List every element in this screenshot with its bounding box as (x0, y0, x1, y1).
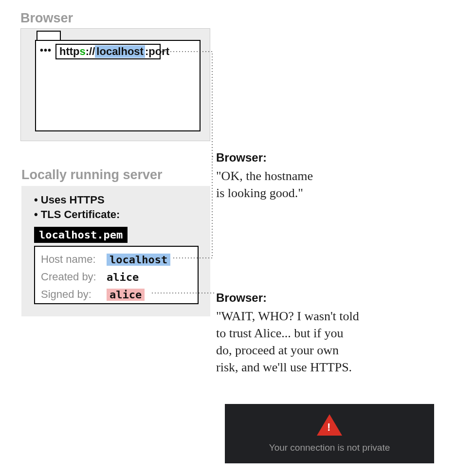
callout2-text: "WAIT, WHO? I wasn't told to trust Alice… (216, 308, 440, 376)
cert-created-key: Created by: (41, 271, 107, 283)
callout1-text: "OK, the hostname is looking good." (216, 167, 377, 201)
cert-file-name: localhost.pem (34, 227, 128, 243)
warning-triangle-icon: ! (317, 414, 342, 436)
browser-section-title: Browser (20, 11, 73, 26)
server-bullets: • Uses HTTPS • TLS Certificate: (34, 193, 120, 221)
address-bar[interactable]: https://localhost:port (55, 44, 161, 59)
callout2-line4: risk, and we'll use HTTPS. (216, 359, 440, 376)
bullet-tls-cert: • TLS Certificate: (34, 207, 120, 222)
cert-row-host: Host name: localhost (41, 251, 192, 268)
toolbar-menu-dots: ••• (40, 45, 52, 56)
browser-tab (37, 31, 61, 40)
warning-exclamation: ! (327, 421, 330, 434)
url-sep: :// (86, 45, 95, 58)
cert-signed-val: alice (107, 289, 145, 301)
callout2-line1: "WAIT, WHO? I wasn't told (216, 308, 440, 325)
warning-text: Your connection is not private (269, 442, 390, 453)
callout2-line3: do, proceed at your own (216, 342, 440, 359)
callout1-speaker: Browser: (216, 151, 267, 165)
cert-host-key: Host name: (41, 253, 107, 266)
cert-row-signed: Signed by: alice (41, 286, 192, 303)
callout2-speaker: Browser: (216, 291, 267, 305)
callout1-line1: "OK, the hostname (216, 167, 377, 184)
cert-created-val: alice (107, 271, 139, 283)
bullet-uses-https: • Uses HTTPS (34, 193, 120, 207)
cert-signed-key: Signed by: (41, 288, 107, 301)
callout2-line2: to trust Alice... but if you (216, 325, 440, 342)
callout1-line2: is looking good." (216, 184, 377, 201)
browser-warning-dialog: ! Your connection is not private (225, 404, 434, 463)
cert-host-val: localhost (107, 254, 170, 266)
url-host: localhost (95, 45, 145, 58)
url-s: s (80, 45, 86, 58)
url-prefix: http (59, 45, 80, 58)
server-section-title: Locally running server (21, 167, 163, 183)
diagram-stage: Browser ••• https://localhost:port Local… (0, 0, 457, 476)
cert-row-created: Created by: alice (41, 268, 192, 286)
cert-details-box: Host name: localhost Created by: alice S… (34, 246, 199, 304)
url-suffix: :port (145, 45, 169, 58)
